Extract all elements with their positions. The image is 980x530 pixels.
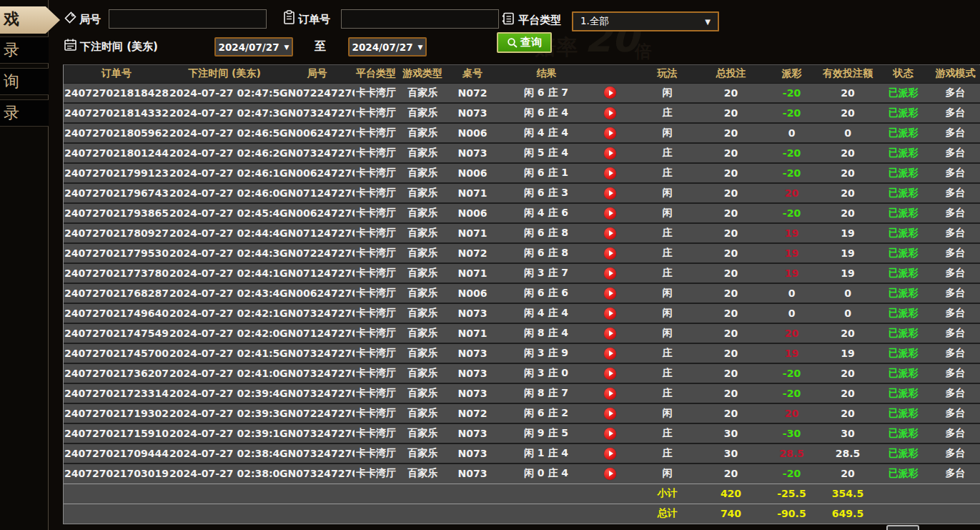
- cell-game-mode: 多台: [930, 103, 980, 123]
- date-to-picker[interactable]: 2024/07/27 ▼: [348, 37, 427, 57]
- cell-valid-bet: 20: [819, 103, 876, 123]
- replay-video-icon[interactable]: [604, 187, 616, 200]
- table-row: 240727021796743 2024-07-27 02:46:02 GN07…: [64, 183, 980, 203]
- replay-video-icon[interactable]: [604, 147, 616, 160]
- table-row: 240727021768287 2024-07-27 02:43:46 GN00…: [64, 283, 980, 303]
- cell-bet-time: 2024-07-27 02:39:49: [169, 383, 279, 403]
- subtotal-row: 小计 420 -25.5 354.5: [64, 484, 980, 504]
- col-valid-bet: 有效投注额: [819, 65, 876, 83]
- replay-video-icon[interactable]: [604, 167, 616, 180]
- cell-order-id: 240727021780927: [64, 223, 169, 243]
- cell-bet-time: 2024-07-27 02:38:40: [169, 443, 279, 463]
- replay-video-icon[interactable]: [604, 247, 616, 260]
- cell-platform: 卡卡湾厅: [355, 323, 397, 343]
- replay-video-icon[interactable]: [604, 468, 616, 480]
- status-badge: 已派彩: [876, 143, 930, 163]
- cell-order-id: 240727021801244: [64, 143, 169, 163]
- cell-game-type: 百家乐: [397, 223, 447, 243]
- cell-valid-bet: 19: [819, 263, 876, 283]
- replay-video-icon[interactable]: [604, 428, 616, 440]
- replay-video-icon[interactable]: [604, 388, 616, 400]
- replay-video-icon[interactable]: [604, 328, 616, 340]
- cell-table-no: N073: [447, 443, 498, 463]
- replay-video-icon[interactable]: [604, 227, 616, 240]
- replay-video-icon[interactable]: [604, 348, 616, 360]
- cell-table-no: N071: [447, 183, 498, 203]
- result-score: 闲 0 庄 4: [498, 467, 595, 480]
- sidebar-item-records[interactable]: 录: [0, 36, 49, 64]
- cell-game-mode: 多台: [930, 403, 980, 423]
- cell-play-type: 庄: [637, 143, 698, 163]
- cell-play-type: 闲: [637, 403, 698, 423]
- cell-play-type: 闲: [637, 463, 698, 484]
- cell-game-mode: 多台: [930, 283, 980, 303]
- table-row: 240727021773780 2024-07-27 02:44:12 GN07…: [64, 263, 980, 283]
- table-body: 240727021818428 2024-07-27 02:47:56 GN07…: [64, 83, 980, 484]
- order-id-label: 订单号: [298, 13, 330, 26]
- replay-video-icon[interactable]: [604, 288, 616, 300]
- cell-bet-time: 2024-07-27 02:39:12: [169, 423, 279, 443]
- app-window: 赔率 20 倍 戏 录 询 录 局号 订单号 平台类型 1.全部 ▼ 下注时间 …: [0, 0, 980, 530]
- replay-video-icon[interactable]: [604, 87, 616, 99]
- cell-game-mode: 多台: [930, 143, 980, 163]
- cell-payout: 0: [764, 123, 819, 143]
- replay-video-icon[interactable]: [604, 127, 616, 139]
- sidebar-item-query[interactable]: 询: [0, 68, 49, 95]
- cell-payout: -20: [764, 103, 819, 123]
- table-row: 240727021814332 2024-07-27 02:47:36 GN07…: [64, 103, 980, 123]
- col-total-bet: 总投注: [698, 65, 764, 83]
- status-badge: 已派彩: [876, 103, 930, 123]
- search-button[interactable]: 查询: [497, 32, 552, 53]
- cell-payout: 28.5: [764, 443, 819, 463]
- table-row: 240727021801244 2024-07-27 02:46:26 GN07…: [64, 143, 980, 163]
- cell-bet-time: 2024-07-27 02:41:51: [169, 343, 279, 363]
- replay-video-icon[interactable]: [604, 207, 616, 220]
- result-score: 闲 6 庄 1: [498, 167, 595, 180]
- cell-order-id: 240727021749640: [64, 303, 169, 323]
- replay-video-icon[interactable]: [604, 268, 616, 280]
- order-id-input[interactable]: [341, 9, 499, 29]
- cell-play-type: 庄: [637, 383, 698, 403]
- cell-total-bet: 20: [698, 323, 764, 343]
- replay-video-icon[interactable]: [604, 448, 616, 460]
- replay-video-icon[interactable]: [604, 308, 616, 320]
- cell-valid-bet: 20: [819, 143, 876, 163]
- cell-payout: -20: [764, 83, 819, 103]
- round-id-input[interactable]: [109, 9, 267, 29]
- cell-bet-time: 2024-07-27 02:46:02: [169, 183, 279, 203]
- cell-order-id: 240727021814332: [64, 103, 169, 123]
- subtotal-payout: -25.5: [764, 484, 819, 504]
- cell-game-type: 百家乐: [397, 323, 447, 343]
- cell-platform: 卡卡湾厅: [355, 163, 397, 183]
- cell-platform: 卡卡湾厅: [355, 283, 397, 303]
- cell-platform: 卡卡湾厅: [355, 443, 397, 463]
- cell-result: 闲 6 庄 1: [498, 163, 637, 183]
- replay-video-icon[interactable]: [604, 368, 616, 380]
- replay-video-icon[interactable]: [604, 107, 616, 119]
- cell-valid-bet: 30: [819, 423, 876, 443]
- replay-video-icon[interactable]: [604, 408, 616, 420]
- cell-table-no: N071: [447, 223, 498, 243]
- cell-game-type: 百家乐: [397, 363, 447, 383]
- platform-type-select[interactable]: 1.全部 ▼: [572, 11, 719, 31]
- cell-game-type: 百家乐: [397, 443, 447, 463]
- cell-valid-bet: 20: [819, 463, 876, 484]
- cell-platform: 卡卡湾厅: [355, 303, 397, 323]
- pagination-control-partial[interactable]: [886, 525, 919, 530]
- result-score: 闲 3 庄 9: [498, 347, 595, 360]
- cell-valid-bet: 20: [819, 203, 876, 223]
- cell-bet-time: 2024-07-27 02:43:46: [169, 283, 279, 303]
- cell-total-bet: 20: [698, 203, 764, 223]
- table-row: 240727021793865 2024-07-27 02:45:48 GN00…: [64, 203, 980, 223]
- round-id-label: 局号: [79, 13, 101, 26]
- cell-bet-time: 2024-07-27 02:46:26: [169, 143, 279, 163]
- sidebar-item-game[interactable]: 戏: [0, 6, 60, 34]
- sidebar-item-records2[interactable]: 录: [0, 99, 49, 127]
- cell-round-id: GN00624727060: [279, 283, 355, 303]
- result-score: 闲 3 庄 7: [498, 267, 595, 280]
- date-from-picker[interactable]: 2024/07/27 ▼: [214, 37, 293, 57]
- table-header: 订单号 下注时间 (美东) 局号 平台类型 游戏类型 桌号 结果 玩法 总投注 …: [64, 65, 980, 83]
- cell-play-type: 闲: [637, 323, 698, 343]
- cell-order-id: 240727021768287: [64, 283, 169, 303]
- cell-table-no: N073: [447, 363, 498, 383]
